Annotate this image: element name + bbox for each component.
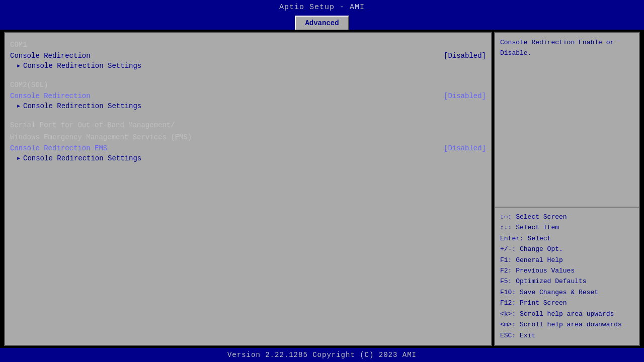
ems-redirect-value: [Disabled] (444, 144, 486, 152)
key-scroll-up: <k>: Scroll help area upwards (500, 309, 634, 319)
footer-text: Version 2.22.1285 Copyright (C) 2023 AMI (227, 351, 417, 359)
right-panel: Console Redirection Enable or Disable. ↕… (494, 32, 640, 346)
key-esc: ESC: Exit (500, 330, 634, 341)
key-scroll-down: <m>: Scroll help area downwards (500, 319, 634, 330)
key-select-item: ↕↓: Select Item (500, 222, 634, 233)
com2-redirect-row[interactable]: Console Redirection [Disabled] (10, 91, 486, 101)
ems-header-line1: Serial Port for Out-of-Band Management/ (10, 121, 486, 129)
com1-redirect-value: [Disabled] (444, 52, 486, 60)
key-select-screen: ↕↔: Select Screen (500, 212, 634, 222)
com2-settings-row[interactable]: ► Console Redirection Settings (10, 101, 486, 111)
ems-settings-row[interactable]: ► Console Redirection Settings (10, 153, 486, 163)
com2-settings-label: ► Console Redirection Settings (17, 102, 141, 110)
footer: Version 2.22.1285 Copyright (C) 2023 AMI (0, 348, 644, 362)
title-bar: Aptio Setup - AMI (0, 0, 644, 15)
com1-arrow-icon: ► (17, 63, 20, 69)
com2-header: COM2(SOL) (10, 81, 486, 89)
key-help-area: ↕↔: Select Screen ↕↓: Select Item Enter:… (495, 208, 639, 345)
left-panel: COM1 Console Redirection [Disabled] ► Co… (4, 32, 492, 346)
ems-arrow-icon: ► (17, 156, 20, 161)
key-f5: F5: Optimized Defaults (500, 276, 634, 287)
tab-advanced[interactable]: Advanced (295, 16, 349, 30)
com1-redirect-label: Console Redirection (10, 52, 91, 60)
com1-settings-row[interactable]: ► Console Redirection Settings (10, 61, 486, 71)
key-f1: F1: General Help (500, 255, 634, 265)
help-text: Console Redirection Enable or Disable. (495, 33, 639, 208)
ems-header-line2: Windows Emergency Management Services (E… (10, 133, 486, 141)
key-f10: F10: Save Changes & Reset (500, 287, 634, 298)
app-title: Aptio Setup - AMI (279, 3, 365, 12)
ems-redirect-row[interactable]: Console Redirection EMS [Disabled] (10, 143, 486, 153)
key-f12: F12: Print Screen (500, 298, 634, 308)
com2-redirect-value: [Disabled] (444, 92, 486, 100)
key-select-screen-key: ↕↔: Select Screen (500, 213, 567, 221)
main-content: COM1 Console Redirection [Disabled] ► Co… (0, 30, 644, 348)
com2-redirect-label: Console Redirection (10, 92, 91, 100)
com1-header: COM1 (10, 41, 486, 49)
key-enter: Enter: Select (500, 233, 634, 244)
ems-redirect-label: Console Redirection EMS (10, 144, 107, 152)
ems-settings-label: ► Console Redirection Settings (17, 154, 141, 162)
key-change-opt: +/-: Change Opt. (500, 244, 634, 254)
com1-redirect-row[interactable]: Console Redirection [Disabled] (10, 51, 486, 61)
key-f2: F2: Previous Values (500, 265, 634, 276)
menu-bar: Advanced (0, 15, 644, 30)
com1-settings-label: ► Console Redirection Settings (17, 62, 141, 70)
com2-arrow-icon: ► (17, 104, 20, 109)
